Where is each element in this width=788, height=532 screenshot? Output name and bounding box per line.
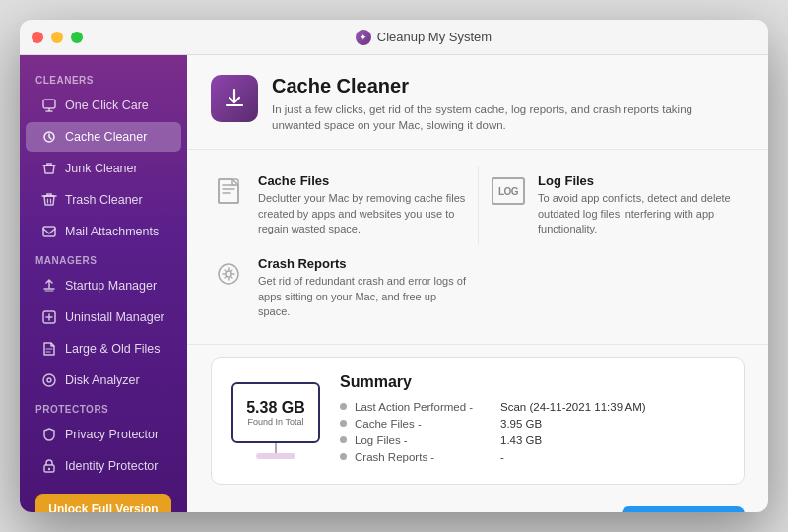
panel-footer: Start Scan [187, 497, 768, 512]
cache-icon [41, 129, 57, 145]
summary-value-log: 1.43 GB [500, 434, 542, 446]
summary-dot-cache [340, 420, 347, 427]
cache-files-icon [211, 173, 246, 209]
main-panel: Cache Cleaner In just a few clicks, get … [187, 55, 768, 512]
summary-dot-crash [340, 453, 347, 460]
shield-icon [41, 427, 57, 442]
summary-value-last-action: Scan (24-11-2021 11:39 AM) [500, 401, 646, 413]
summary-row-last-action: Last Action Performed - Scan (24-11-2021… [340, 401, 724, 413]
sidebar-label-large-old-files: Large & Old Files [65, 342, 161, 356]
log-files-title: Log Files [538, 173, 733, 188]
monitor-screen: 5.38 GB Found In Total [231, 382, 320, 443]
total-gb: 5.38 GB [246, 399, 305, 417]
close-button[interactable] [32, 32, 43, 43]
crash-reports-desc: Get rid of redundant crash and error log… [258, 274, 466, 319]
summary-value-cache: 3.95 GB [500, 418, 542, 430]
feature-card-crash-reports: Crash Reports Get rid of redundant crash… [211, 244, 478, 327]
summary-label-crash: Crash Reports - [355, 451, 492, 463]
svg-point-9 [219, 264, 238, 284]
title-bar-center: ✦ Cleanup My System [91, 30, 756, 45]
summary-title: Summary [340, 373, 724, 391]
summary-dot-last-action [340, 403, 347, 410]
log-files-icon: LOG [491, 173, 526, 209]
cache-files-text: Cache Files Declutter your Mac by removi… [258, 173, 466, 236]
sidebar-item-trash-cleaner[interactable]: Trash Cleaner [26, 185, 181, 215]
junk-icon [41, 161, 57, 176]
panel-header-text: Cache Cleaner In just a few clicks, get … [272, 75, 745, 133]
svg-point-5 [47, 378, 51, 382]
summary-label-cache: Cache Files - [355, 418, 492, 430]
startup-icon [41, 278, 57, 294]
cache-cleaner-header-icon [211, 75, 258, 122]
crash-reports-icon [211, 256, 246, 292]
sidebar-item-mail-attachments[interactable]: Mail Attachments [26, 217, 181, 246]
app-icon: ✦ [356, 30, 371, 45]
panel-header: Cache Cleaner In just a few clicks, get … [187, 55, 768, 150]
sidebar-item-large-old-files[interactable]: Large & Old Files [26, 334, 181, 364]
svg-point-7 [48, 468, 50, 470]
summary-details: Summary Last Action Performed - Scan (24… [340, 373, 724, 468]
summary-section: 5.38 GB Found In Total Summary Last Acti… [211, 357, 745, 485]
window-title: Cleanup My System [377, 30, 492, 44]
sidebar-item-disk-analyzer[interactable]: Disk Analyzer [26, 366, 181, 395]
summary-label-log: Log Files - [355, 434, 492, 446]
start-scan-button[interactable]: Start Scan [622, 506, 745, 512]
monitor-base [256, 453, 296, 459]
minimize-button[interactable] [51, 32, 63, 43]
sidebar-item-startup-manager[interactable]: Startup Manager [26, 271, 181, 300]
feature-card-log-files: LOG Log Files To avoid app conflicts, de… [478, 166, 745, 244]
sidebar-item-uninstall-manager[interactable]: Uninstall Manager [26, 302, 181, 332]
uninstall-icon [41, 309, 57, 325]
sidebar-label-disk-analyzer: Disk Analyzer [65, 373, 140, 387]
sidebar-label-cache-cleaner: Cache Cleaner [65, 130, 147, 144]
sidebar-unlock-section: Unlock Full Version [20, 482, 187, 512]
sidebar-item-cache-cleaner[interactable]: Cache Cleaner [26, 122, 181, 152]
found-label: Found In Total [248, 417, 304, 427]
sidebar-label-trash-cleaner: Trash Cleaner [65, 193, 143, 207]
feature-cards: Cache Files Declutter your Mac by removi… [187, 150, 768, 344]
sidebar-item-privacy-protector[interactable]: Privacy Protector [26, 420, 181, 449]
crash-reports-title: Crash Reports [258, 256, 466, 271]
panel-title: Cache Cleaner [272, 75, 745, 98]
lock-icon [41, 458, 57, 474]
mail-icon [41, 224, 57, 239]
sidebar-label-identity-protector: Identity Protector [65, 459, 159, 473]
svg-rect-0 [43, 100, 55, 108]
svg-point-4 [43, 374, 55, 386]
trash-icon [41, 192, 57, 208]
sidebar-label-uninstall-manager: Uninstall Manager [65, 310, 164, 324]
summary-label-last-action: Last Action Performed - [355, 401, 492, 413]
summary-row-crash-reports: Crash Reports - - [340, 451, 724, 463]
summary-value-crash: - [500, 451, 504, 463]
monitor-container: 5.38 GB Found In Total [231, 382, 320, 459]
sidebar-item-identity-protector[interactable]: Identity Protector [26, 451, 181, 481]
svg-rect-2 [43, 227, 55, 236]
title-bar: ✦ Cleanup My System [20, 20, 768, 55]
summary-dot-log [340, 436, 347, 443]
main-content: Cleaners One Click Care Cache Cleaner [20, 55, 768, 512]
summary-row-cache-files: Cache Files - 3.95 GB [340, 418, 724, 430]
log-files-desc: To avoid app conflicts, detect and delet… [538, 191, 733, 236]
sidebar-label-mail-attachments: Mail Attachments [65, 225, 159, 238]
svg-point-10 [226, 271, 231, 277]
disk-icon [41, 372, 57, 388]
summary-row-log-files: Log Files - 1.43 GB [340, 434, 724, 446]
sidebar-label-startup-manager: Startup Manager [65, 279, 157, 293]
monitor-stand [275, 443, 277, 453]
panel-description: In just a few clicks, get rid of the sys… [272, 101, 745, 133]
cache-files-desc: Declutter your Mac by removing cache fil… [258, 191, 466, 236]
log-files-text: Log Files To avoid app conflicts, detect… [538, 173, 733, 236]
sidebar-item-junk-cleaner[interactable]: Junk Cleaner [26, 154, 181, 183]
cleaners-section-label: Cleaners [20, 67, 187, 90]
cache-files-title: Cache Files [258, 173, 466, 188]
download-icon [222, 86, 247, 111]
sidebar-label-privacy-protector: Privacy Protector [65, 428, 159, 441]
files-icon [41, 341, 57, 357]
sidebar-label-junk-cleaner: Junk Cleaner [65, 162, 138, 175]
protectors-section-label: Protectors [20, 396, 187, 419]
maximize-button[interactable] [71, 32, 83, 43]
sidebar: Cleaners One Click Care Cache Cleaner [20, 55, 187, 512]
sidebar-item-one-click-care[interactable]: One Click Care [26, 91, 181, 120]
unlock-full-version-button[interactable]: Unlock Full Version [35, 494, 171, 512]
managers-section-label: Managers [20, 247, 187, 270]
